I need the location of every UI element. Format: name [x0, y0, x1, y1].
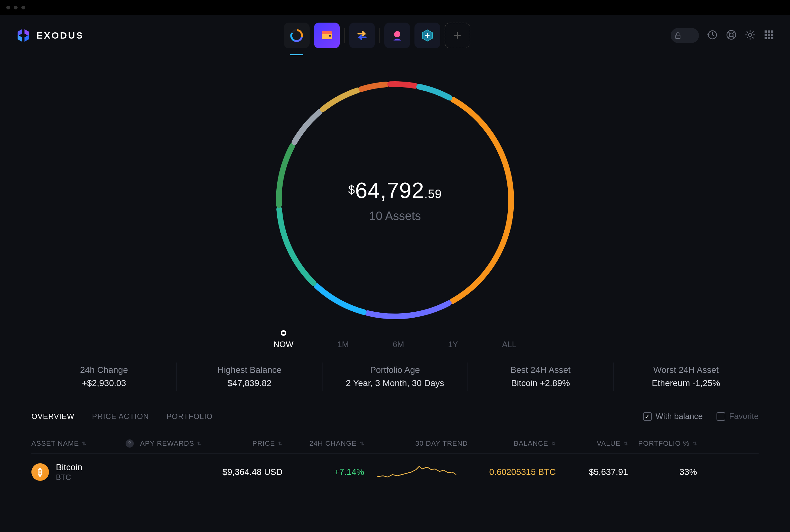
- svg-rect-32: [771, 34, 773, 36]
- th-portfolio-pct[interactable]: PORTFOLIO %⇅: [628, 439, 697, 448]
- sort-icon: ⇅: [551, 441, 556, 446]
- time-range-selector: NOW1M6M1YALL: [274, 330, 516, 349]
- svg-point-3: [329, 35, 331, 37]
- svg-rect-35: [771, 37, 773, 39]
- svg-rect-28: [768, 31, 770, 33]
- filter-with-balance[interactable]: With balance: [643, 412, 703, 421]
- svg-rect-2: [322, 31, 332, 34]
- stat-label: Highest Balance: [177, 365, 322, 375]
- nav-portfolio-button[interactable]: [284, 23, 309, 48]
- stat-value: +$2,930.03: [32, 378, 176, 388]
- balance-cents: .59: [424, 187, 442, 201]
- stat-value: 2 Year, 3 Month, 30 Days: [322, 378, 468, 388]
- svg-line-26: [747, 37, 748, 38]
- exodus-logo: EXODUS: [16, 28, 84, 43]
- stat-label: 24h Change: [32, 365, 176, 375]
- bitcoin-coin-icon: ₿: [32, 463, 49, 481]
- table-filters: With balance Favorite: [643, 412, 758, 421]
- th-value[interactable]: VALUE⇅: [556, 439, 628, 448]
- checkbox-unchecked-icon: [716, 412, 725, 421]
- traffic-light-zoom-icon[interactable]: [21, 6, 25, 10]
- stat-portfolio-age: Portfolio Age 2 Year, 3 Month, 30 Days: [322, 362, 468, 391]
- stat-label: Best 24H Asset: [468, 365, 613, 375]
- range-all[interactable]: ALL: [502, 330, 516, 349]
- currency-symbol: $: [348, 183, 355, 196]
- history-icon[interactable]: [707, 30, 718, 41]
- svg-rect-34: [768, 37, 770, 39]
- ring-chart-icon: [289, 28, 304, 43]
- window-titlebar: [0, 0, 790, 15]
- svg-line-23: [747, 32, 748, 33]
- nav-center: [84, 23, 671, 48]
- checkbox-checked-icon: [643, 412, 652, 421]
- svg-rect-10: [676, 35, 680, 39]
- stats-row: 24h Change +$2,930.03 Highest Balance $4…: [10, 362, 780, 391]
- gear-icon[interactable]: [745, 30, 755, 41]
- th-24h-change[interactable]: 24H CHANGE⇅: [283, 439, 364, 448]
- filter-label: With balance: [656, 412, 703, 421]
- sort-icon: ⇅: [693, 441, 697, 446]
- svg-rect-33: [765, 37, 767, 39]
- tab-price-action[interactable]: PRICE ACTION: [92, 412, 149, 421]
- th-balance[interactable]: BALANCE⇅: [468, 439, 556, 448]
- th-30day-trend: 30 DAY TREND: [364, 439, 468, 448]
- wallet-icon: [320, 28, 334, 42]
- svg-rect-29: [771, 31, 773, 33]
- filter-label: Favorite: [729, 412, 758, 421]
- traffic-light-minimize-icon[interactable]: [14, 6, 18, 10]
- support-icon[interactable]: [726, 30, 737, 41]
- range-now[interactable]: NOW: [274, 330, 294, 349]
- tab-overview[interactable]: OVERVIEW: [32, 412, 74, 421]
- nav-apps-button[interactable]: [414, 23, 440, 48]
- range-indicator-icon: [281, 330, 286, 336]
- sort-icon: ⇅: [360, 441, 364, 446]
- filter-favorite[interactable]: Favorite: [716, 412, 758, 421]
- help-icon[interactable]: ?: [126, 439, 134, 448]
- stat-value: $47,839.82: [177, 378, 322, 388]
- table-tabs: OVERVIEWPRICE ACTIONPORTFOLIO: [32, 412, 213, 421]
- lock-toggle[interactable]: [671, 28, 699, 43]
- th-price[interactable]: PRICE⇅: [207, 439, 283, 448]
- th-asset-name[interactable]: ASSET NAME⇅: [32, 439, 126, 448]
- asset-cell: ₿ Bitcoin BTC: [32, 462, 126, 482]
- assets-count: 10 Assets: [369, 209, 421, 223]
- header-right: [671, 28, 774, 43]
- nav-divider: [379, 28, 380, 43]
- tab-portfolio[interactable]: PORTFOLIO: [166, 412, 212, 421]
- apps-grid-icon[interactable]: [764, 30, 774, 41]
- svg-line-25: [752, 32, 754, 33]
- range-1m[interactable]: 1M: [338, 330, 349, 349]
- traffic-light-close-icon[interactable]: [6, 6, 10, 10]
- sort-icon: ⇅: [82, 441, 86, 446]
- table-row[interactable]: ₿ Bitcoin BTC $9,364.48 USD +7.14% 0.602…: [32, 454, 758, 491]
- lock-icon: [674, 32, 682, 40]
- svg-rect-27: [765, 31, 767, 33]
- range-6m[interactable]: 6M: [393, 330, 404, 349]
- value-cell: $5,637.91: [556, 467, 628, 477]
- stat-worst-asset: Worst 24H Asset Ethereum -1,25%: [614, 362, 758, 391]
- donut-center: $64,792.59 10 Assets: [269, 75, 521, 326]
- nav-add-button[interactable]: [445, 23, 470, 48]
- price-cell: $9,364.48 USD: [207, 467, 283, 477]
- stat-label: Portfolio Age: [322, 365, 468, 375]
- table-header: ASSET NAME⇅ ?APY REWARDS⇅ PRICE⇅ 24H CHA…: [32, 434, 758, 454]
- plus-icon: [453, 31, 462, 40]
- stat-highest-balance: Highest Balance $47,839.82: [177, 362, 322, 391]
- range-1y[interactable]: 1Y: [448, 330, 458, 349]
- svg-rect-30: [765, 34, 767, 36]
- sparkline-icon: [375, 463, 457, 481]
- nav-wallet-button[interactable]: [314, 23, 340, 48]
- nav-exchange-button[interactable]: [349, 23, 375, 48]
- balance-whole: 64,792: [355, 178, 424, 203]
- portfolio-ring-section: $64,792.59 10 Assets NOW1M6M1YALL: [10, 69, 780, 349]
- stat-value: Bitcoin +2.89%: [468, 378, 613, 388]
- nav-profile-button[interactable]: [384, 23, 410, 48]
- hexagon-plus-icon: [420, 28, 434, 42]
- app-name: EXODUS: [36, 30, 84, 41]
- assets-table-area: OVERVIEWPRICE ACTIONPORTFOLIO With balan…: [10, 412, 780, 491]
- sort-icon: ⇅: [624, 441, 628, 446]
- th-apy-rewards[interactable]: ?APY REWARDS⇅: [126, 439, 207, 448]
- pct-cell: 33%: [628, 467, 697, 477]
- svg-line-14: [728, 32, 730, 34]
- asset-ticker: BTC: [56, 473, 82, 482]
